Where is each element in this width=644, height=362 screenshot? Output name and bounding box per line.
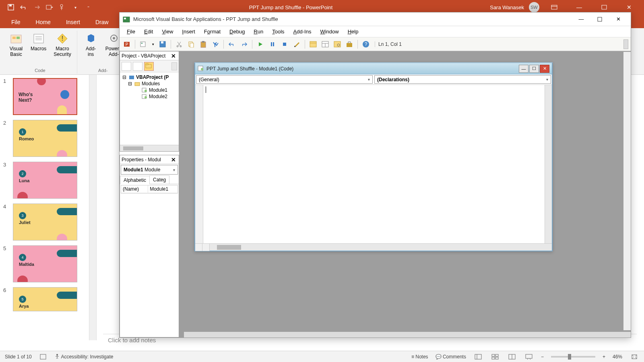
insert-dropdown-icon[interactable]: ▾ [151,39,155,49]
properties-object-dropdown[interactable]: Module1 Module ▾ [121,165,178,175]
menu-addins[interactable]: Add-Ins [289,27,316,36]
undo-icon[interactable] [227,39,237,49]
zoom-level[interactable]: 46% [613,354,622,360]
reset-icon[interactable] [280,39,289,49]
menu-window[interactable]: Window [316,27,343,36]
code-text-area[interactable] [203,85,545,243]
vba-minimize-button[interactable]: — [572,13,590,25]
project-panel-header[interactable]: Project - VBAProject ✕ [120,51,179,60]
slide-thumbnail[interactable]: 5 Arya [13,287,77,311]
save-icon[interactable] [158,39,167,49]
project-h-scrollbar[interactable] [120,145,179,151]
object-dropdown[interactable]: (General) ▾ [196,75,373,84]
qat-customize-icon[interactable]: ⁼ [85,4,92,11]
menu-insert[interactable]: Insert [178,27,199,36]
properties-window-icon[interactable] [320,39,330,49]
user-name[interactable]: Sara Wanasek [490,4,524,10]
project-scroll-up[interactable] [171,62,177,70]
toggle-folders-icon[interactable] [144,62,154,71]
code-close-button[interactable]: ✕ [540,65,549,73]
slide-thumbnail[interactable]: 2 Luna [13,162,77,199]
slide-thumb-4[interactable]: 4 3 Juliet [0,200,96,242]
zoom-in-button[interactable]: + [603,354,605,360]
vba-maximize-button[interactable] [590,13,609,25]
slide-thumbnail[interactable]: 3 Juliet [13,204,77,241]
slide-thumb-2[interactable]: 2 1 Romeo [0,117,96,158]
visual-basic-button[interactable]: Visual Basic [6,31,26,59]
user-avatar[interactable]: SW [529,2,539,12]
tab-categorized[interactable]: Categ [149,175,169,184]
fit-to-window-icon[interactable] [630,353,639,361]
slide-panel[interactable]: 1 Who's Next? 2 1 Romeo 3 2 Lu [0,75,97,340]
help-icon[interactable]: ? [361,39,371,49]
accessibility-status[interactable]: Accessibility: Investigate [54,354,114,360]
code-titlebar[interactable]: PPT Jump and Shuffle - Module1 (Code) — … [195,63,552,74]
undo-icon[interactable] [20,4,27,11]
slide-sorter-icon[interactable] [490,353,500,361]
tab-alphabetic[interactable]: Alphabetic [120,176,150,184]
code-editor[interactable] [195,85,552,243]
slide-thumbnail[interactable]: Who's Next? [13,78,77,115]
code-h-scrollbar[interactable] [210,244,545,251]
slide-thumb-5[interactable]: 5 4 Maltida [0,242,96,284]
redo-icon[interactable] [33,4,40,11]
redo-icon[interactable] [239,39,249,49]
tab-home[interactable]: Home [29,16,58,28]
toolbar-overflow-icon[interactable] [623,39,628,49]
tree-modules-folder[interactable]: ⊟ Modules [122,80,177,87]
procedure-dropdown[interactable]: (Declarations) ▾ [374,75,551,84]
slide-thumb-6[interactable]: 6 5 Arya [0,284,96,313]
break-icon[interactable] [268,39,277,49]
find-icon[interactable] [211,39,220,49]
zoom-slider[interactable] [551,356,595,358]
menu-format[interactable]: Format [200,27,225,36]
menu-edit[interactable]: Edit [140,27,157,36]
macro-security-button[interactable]: ! Macro Security [51,31,73,59]
cut-icon[interactable] [174,39,184,49]
tree-module-1[interactable]: Module1 [122,87,177,93]
code-v-scrollbar[interactable] [545,85,552,243]
language-icon[interactable] [40,354,46,360]
view-powerpoint-icon[interactable]: P [122,39,132,49]
tab-draw[interactable]: Draw [88,16,116,28]
vba-bottom-scrollbar[interactable] [184,332,631,337]
slide-thumb-1[interactable]: 1 Who's Next? [0,75,96,117]
properties-grid[interactable]: (Name) Module1 [121,185,178,193]
qat-dropdown-icon[interactable]: ▾ [72,4,79,11]
comments-button[interactable]: 💬 Comments [436,354,466,360]
menu-view[interactable]: View [158,27,177,36]
menu-debug[interactable]: Debug [225,27,249,36]
start-from-beginning-icon[interactable] [46,4,53,11]
code-maximize-button[interactable]: ☐ [529,65,539,73]
run-icon[interactable] [256,39,265,49]
menu-run[interactable]: Run [250,27,267,36]
macros-button[interactable]: Macros [28,31,49,59]
paste-icon[interactable] [198,39,208,49]
addins-button[interactable]: Add- ins [81,31,101,59]
collapse-icon[interactable]: ⊟ [122,74,127,80]
copy-icon[interactable] [186,39,196,49]
tree-project-root[interactable]: ⊟ VBAProject (P [122,74,177,80]
tab-file[interactable]: File [4,16,28,28]
menu-file[interactable]: File [123,27,139,36]
tab-insert[interactable]: Insert [59,16,87,28]
view-code-icon[interactable] [122,62,131,71]
vba-titlebar[interactable]: Microsoft Visual Basic for Applications … [120,12,631,26]
procedure-view-icon[interactable] [195,244,202,251]
collapse-icon[interactable]: ⊟ [127,81,133,86]
menu-help[interactable]: Help [344,27,363,36]
property-row-name[interactable]: (Name) Module1 [121,185,178,193]
slide-thumbnail[interactable]: 1 Romeo [13,120,77,157]
view-object-icon[interactable] [133,62,142,71]
touch-mouse-icon[interactable] [59,4,66,11]
slide-panel-scrollbar[interactable] [89,75,96,340]
reading-view-icon[interactable] [507,353,517,361]
properties-panel-header[interactable]: Properties - Modul ✕ [120,155,179,164]
project-tree[interactable]: ⊟ VBAProject (P ⊟ Modules Module1 [120,72,179,101]
toolbox-icon[interactable] [345,39,354,49]
close-icon[interactable]: ✕ [170,52,177,60]
zoom-out-button[interactable]: − [541,354,544,360]
design-mode-icon[interactable] [292,39,301,49]
menu-tools[interactable]: Tools [268,27,288,36]
vba-mdi-area[interactable]: PPT Jump and Shuffle - Module1 (Code) — … [179,51,631,337]
